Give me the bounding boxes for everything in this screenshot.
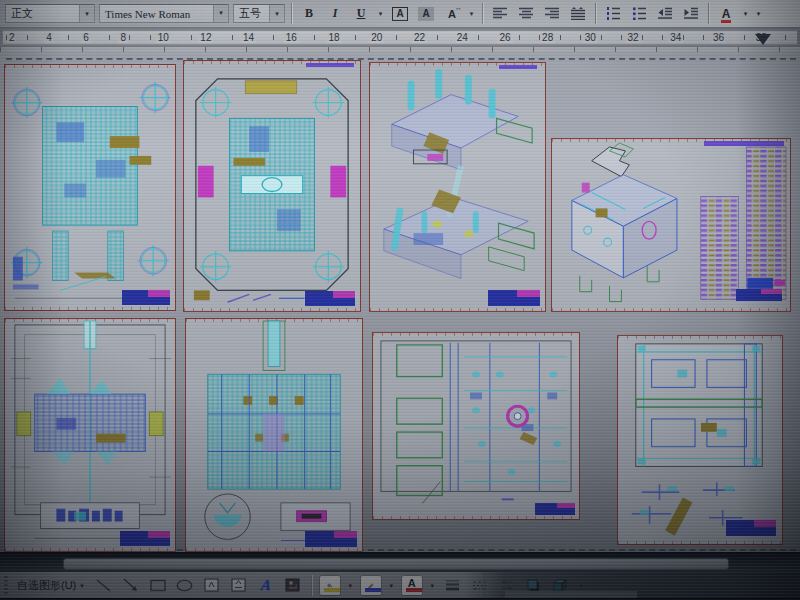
decrease-indent-button[interactable] <box>654 3 676 24</box>
cad-drawing-8[interactable] <box>617 335 783 545</box>
rectangle-button[interactable] <box>147 575 169 596</box>
bullets-button[interactable] <box>628 3 650 24</box>
ruler-number: 28 <box>540 33 555 43</box>
character-border-button[interactable]: A <box>389 3 411 24</box>
ruler-number: 2 <box>7 33 17 43</box>
cad-drawing-1[interactable] <box>4 64 176 311</box>
cad-drawing-3[interactable] <box>369 62 546 312</box>
ruler-number: 10 <box>156 33 171 43</box>
font-combo[interactable]: Times New Roman ▾ <box>99 4 229 23</box>
dash-style-icon <box>472 579 487 591</box>
toolbar-separator <box>482 3 483 24</box>
italic-button[interactable]: I <box>324 3 346 24</box>
arrow-style-icon <box>499 579 515 591</box>
align-center-icon <box>519 7 534 20</box>
numbering-icon <box>606 7 621 20</box>
shadow-style-icon <box>526 578 541 592</box>
font-color-button[interactable]: A <box>715 3 737 24</box>
table-gridline-top <box>6 58 796 60</box>
ruler-number: 8 <box>118 33 128 43</box>
chevron-down-icon[interactable]: ▾ <box>269 5 284 22</box>
oval-button[interactable] <box>174 575 196 596</box>
ruler-number: 4 <box>44 33 54 43</box>
toolbar-options-chevron-icon[interactable]: ▾ <box>754 3 763 24</box>
insert-picture-button[interactable] <box>282 575 304 596</box>
bold-button[interactable]: B <box>298 3 320 24</box>
document-page[interactable] <box>0 52 800 552</box>
arrow-button[interactable] <box>120 575 142 596</box>
title-block <box>488 290 540 306</box>
horizontal-scrollbar[interactable] <box>0 552 800 572</box>
cad-drawing-7[interactable] <box>372 332 580 520</box>
font-color-button-bottom[interactable]: A <box>401 575 423 596</box>
character-border-icon: A <box>392 7 407 21</box>
numbering-button[interactable] <box>602 3 624 24</box>
ruler-numbers: 2468101214161820222426283032343638 <box>7 31 769 44</box>
title-block <box>305 531 357 547</box>
purple-marker-line <box>704 141 784 146</box>
cad-drawing-5[interactable] <box>4 318 176 552</box>
font-color-chevron-icon-bottom[interactable]: ▾ <box>428 575 437 596</box>
decrease-indent-icon <box>658 7 673 20</box>
horizontal-scrollbar-thumb[interactable] <box>64 559 728 569</box>
toolbar-separator <box>291 3 292 24</box>
increase-indent-button[interactable] <box>680 3 702 24</box>
line-color-button[interactable] <box>360 575 382 596</box>
character-shading-button[interactable]: A <box>415 3 437 24</box>
wordart-button[interactable]: A <box>255 575 277 596</box>
align-left-icon <box>493 7 508 20</box>
autoshapes-button[interactable]: 自选图形(U) ▾ <box>13 575 88 595</box>
increase-indent-icon <box>684 7 699 20</box>
title-block <box>122 290 170 305</box>
align-left-button[interactable] <box>489 3 511 24</box>
style-combo[interactable]: 正文 ▾ <box>5 4 95 23</box>
ruler-number: 36 <box>711 33 726 43</box>
title-block <box>305 291 355 306</box>
line-color-chevron-icon[interactable]: ▾ <box>387 575 396 596</box>
align-right-button[interactable] <box>541 3 563 24</box>
toolbar-grip-handle[interactable] <box>4 576 8 594</box>
character-scale-button[interactable]: A ↔ <box>441 3 463 24</box>
cad-drawing-4[interactable] <box>551 138 791 312</box>
autoshapes-label: 自选图形(U) <box>17 578 76 593</box>
ruler-number: 6 <box>81 33 91 43</box>
ruler-number: 34 <box>668 33 683 43</box>
toolbar-end-divider <box>484 572 485 598</box>
ruler-number: 20 <box>369 33 384 43</box>
vertical-text-box-button[interactable] <box>228 575 250 596</box>
text-box-button[interactable] <box>201 575 223 596</box>
character-scale-chevron-icon[interactable]: ▾ <box>467 3 476 24</box>
title-block <box>535 503 575 515</box>
formatting-toolbar: 正文 ▾ Times New Roman ▾ 五号 ▾ B I U ▾ A A … <box>0 0 800 28</box>
font-color-icon: A <box>722 7 731 21</box>
underline-button[interactable]: U <box>350 3 372 24</box>
line-style-button[interactable] <box>442 575 464 596</box>
style-combo-value: 正文 <box>11 6 33 21</box>
title-block <box>120 531 170 546</box>
chevron-down-icon[interactable]: ▾ <box>213 5 228 22</box>
ruler-number: 24 <box>455 33 470 43</box>
title-block <box>736 289 782 301</box>
rectangle-icon <box>150 579 166 592</box>
ruler-number: 26 <box>497 33 512 43</box>
word-window-photo: 正文 ▾ Times New Roman ▾ 五号 ▾ B I U ▾ A A … <box>0 0 800 600</box>
title-block <box>726 520 776 536</box>
ruler-number: 12 <box>198 33 213 43</box>
font-color-chevron-icon[interactable]: ▾ <box>741 3 750 24</box>
ruler-number: 14 <box>241 33 256 43</box>
right-indent-marker[interactable] <box>755 34 771 45</box>
cad-drawing-2[interactable] <box>183 60 361 312</box>
chevron-down-icon[interactable]: ▾ <box>79 5 94 22</box>
line-button[interactable] <box>93 575 115 596</box>
chevron-down-icon: ▾ <box>80 582 84 589</box>
fill-color-chevron-icon[interactable]: ▾ <box>346 575 355 596</box>
cad-drawing-6[interactable] <box>185 318 363 552</box>
fill-color-button[interactable] <box>319 575 341 596</box>
dash-style-button[interactable] <box>469 575 491 596</box>
ruler-number: 18 <box>327 33 342 43</box>
picture-icon <box>285 578 300 592</box>
distribute-button[interactable] <box>567 3 589 24</box>
font-size-combo[interactable]: 五号 ▾ <box>233 4 285 23</box>
underline-options-chevron-icon[interactable]: ▾ <box>376 3 385 24</box>
align-center-button[interactable] <box>515 3 537 24</box>
